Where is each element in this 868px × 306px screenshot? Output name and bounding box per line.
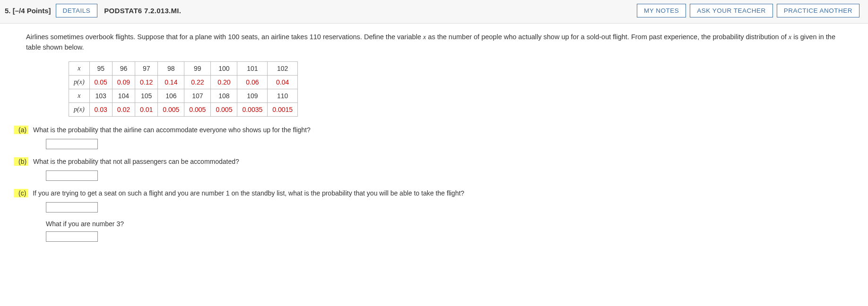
part-a-text: What is the probability that the airline… (33, 126, 311, 134)
x-cell: 105 (135, 89, 158, 102)
part-c-subquestion: What if you are number 3? (46, 220, 849, 228)
question-content: Airlines sometimes overbook flights. Sup… (0, 24, 868, 259)
x-header: x (69, 61, 90, 75)
ask-teacher-button[interactable]: ASK YOUR TEACHER (690, 4, 773, 17)
p-cell: 0.005 (184, 102, 211, 116)
x-cell: 100 (211, 61, 237, 75)
p-cell: 0.20 (211, 75, 237, 89)
x-cell: 98 (158, 61, 184, 75)
question-number: 5. [–/4 Points] (5, 7, 51, 15)
part-c: (c) If you are trying to get a seat on s… (26, 188, 849, 242)
problem-statement: Airlines sometimes overbook flights. Sup… (26, 32, 849, 53)
x-cell: 95 (89, 61, 112, 75)
part-a-answer-input[interactable] (46, 139, 98, 149)
p-cell: 0.005 (158, 102, 184, 116)
x-cell: 97 (135, 61, 158, 75)
p-cell: 0.04 (268, 75, 298, 89)
source-label: PODSTAT6 7.2.013.MI. (104, 7, 181, 15)
p-cell: 0.05 (89, 75, 112, 89)
x-cell: 101 (237, 61, 268, 75)
px-header: p(x) (69, 102, 90, 116)
details-button[interactable]: DETAILS (56, 4, 98, 17)
p-cell: 0.03 (89, 102, 112, 116)
p-cell: 0.14 (158, 75, 184, 89)
x-cell: 107 (184, 89, 211, 102)
p-cell: 0.12 (135, 75, 158, 89)
part-c-answer-input-1[interactable] (46, 202, 98, 212)
x-header: x (69, 89, 90, 102)
p-cell: 0.005 (211, 102, 237, 116)
part-b-text: What is the probability that not all pas… (33, 158, 239, 165)
px-header: p(x) (69, 75, 90, 89)
x-cell: 103 (89, 89, 112, 102)
x-cell: 108 (211, 89, 237, 102)
x-cell: 109 (237, 89, 268, 102)
part-c-text: If you are trying to get a seat on such … (33, 189, 464, 197)
part-a-label: (a) (14, 126, 28, 134)
p-cell: 0.0035 (237, 102, 268, 116)
my-notes-button[interactable]: MY NOTES (637, 4, 686, 17)
x-cell: 104 (112, 89, 135, 102)
probability-table: x 95 96 97 98 99 100 101 102 p(x) 0.05 0… (69, 61, 849, 117)
x-cell: 110 (268, 89, 298, 102)
part-c-label: (c) (14, 189, 28, 197)
part-b: (b) What is the probability that not all… (26, 157, 849, 181)
p-cell: 0.06 (237, 75, 268, 89)
x-cell: 106 (158, 89, 184, 102)
p-cell: 0.22 (184, 75, 211, 89)
practice-another-button[interactable]: PRACTICE ANOTHER (777, 4, 859, 17)
p-cell: 0.02 (112, 102, 135, 116)
part-b-label: (b) (14, 157, 28, 166)
part-b-answer-input[interactable] (46, 170, 98, 181)
question-header: 5. [–/4 Points] DETAILS PODSTAT6 7.2.013… (0, 0, 868, 24)
p-cell: 0.01 (135, 102, 158, 116)
p-cell: 0.09 (112, 75, 135, 89)
x-cell: 102 (268, 61, 298, 75)
x-cell: 96 (112, 61, 135, 75)
x-cell: 99 (184, 61, 211, 75)
part-c-answer-input-2[interactable] (46, 231, 98, 242)
part-a: (a) What is the probability that the air… (26, 125, 849, 149)
p-cell: 0.0015 (268, 102, 298, 116)
